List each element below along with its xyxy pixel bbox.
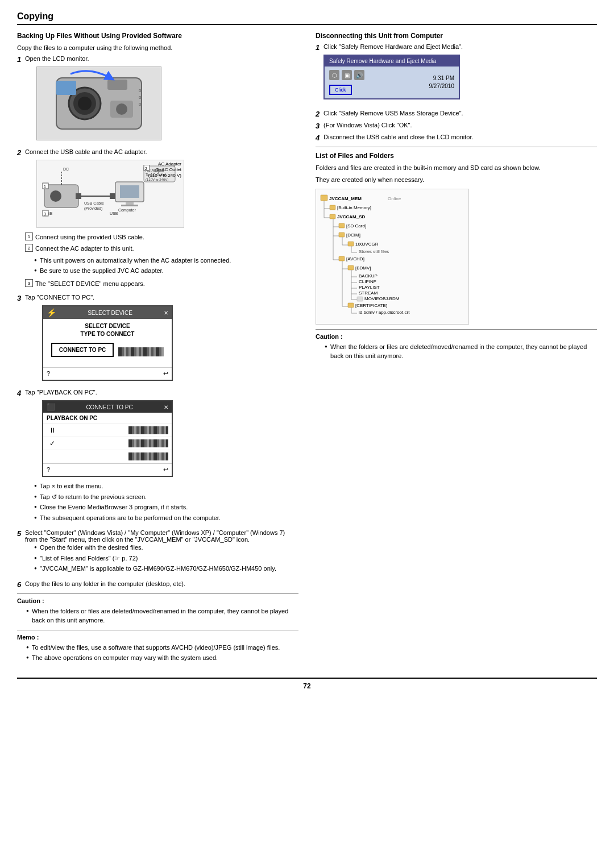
help-icon-2[interactable]: ? — [47, 466, 50, 474]
playback-footer: ? ↩ — [43, 463, 172, 476]
svg-rect-54 — [339, 232, 345, 237]
safely-remove-popup: Safely Remove Hardware and Eject Media ⬡… — [323, 55, 460, 99]
svg-text:STREAM: STREAM — [359, 290, 378, 296]
step-4-num: 4 — [17, 389, 25, 397]
disconnect-step-4: 4 Disconnect the USB cable and close the… — [316, 134, 597, 142]
svg-text:[DCIM]: [DCIM] — [346, 232, 360, 238]
usb-diagram: AC Adapter To AC Outlet (110 V to 240 V)… — [36, 160, 184, 228]
caution-title-left: Caution : — [17, 597, 298, 604]
svg-text:DC: DC — [63, 167, 69, 171]
click-button[interactable]: Click — [329, 82, 425, 95]
files-folders-section: List of Files and Folders Folders and fi… — [316, 147, 597, 325]
svg-text:0: 0 — [139, 95, 142, 100]
pixel-bar-2 — [128, 426, 168, 434]
disconnect-step-1-num: 1 — [316, 43, 323, 52]
usb-icon: ⬡ — [329, 70, 339, 80]
click-label[interactable]: Click — [329, 85, 352, 95]
pause-icon: ⏸ — [47, 426, 58, 434]
step-3: 3 Tap "CONNECT TO PC". ⚡ SELECT DEVICE ✕… — [17, 294, 298, 385]
svg-rect-15 — [76, 193, 81, 199]
file-tree-svg: JVCCAM_MEM Online [Built-in Memory] JVCC… — [320, 193, 464, 318]
help-icon[interactable]: ? — [47, 370, 50, 377]
disconnect-step-2: 2 Click "Safely Remove USB Mass Storage … — [316, 110, 597, 118]
playback-row-4[interactable] — [43, 450, 172, 463]
step-3-text: Tap "CONNECT TO PC". — [25, 294, 94, 301]
back-icon[interactable]: ↩ — [163, 370, 168, 377]
select-device-subtitle: SELECT DEVICETYPE TO CONNECT — [47, 322, 168, 338]
svg-point-12 — [50, 190, 61, 202]
select-device-title: SELECT DEVICE — [88, 310, 132, 316]
step-2: 2 Connect the USB cable and the AC adapt… — [17, 148, 298, 291]
tap-bullets: Tap × to exit the menu. Tap ↺ to return … — [34, 481, 298, 522]
close-icon-2[interactable]: ✕ — [164, 404, 168, 410]
note-3-badge: 3 — [25, 279, 33, 287]
file-tree: JVCCAM_MEM Online [Built-in Memory] JVCC… — [316, 189, 469, 325]
list-intro-2: They are created only when necessary. — [316, 175, 597, 185]
back-icon-2[interactable]: ↩ — [163, 466, 168, 474]
svg-text:1: 1 — [44, 185, 46, 189]
playback-row-2[interactable]: ⏸ — [43, 424, 172, 437]
note-2-badge: 2 — [25, 244, 33, 252]
time-display: 9:31 PM 9/27/2010 — [429, 74, 455, 90]
select-device-body: SELECT DEVICETYPE TO CONNECT CONNECT TO … — [43, 319, 172, 367]
camera-svg: 0 0 0 — [39, 69, 159, 138]
svg-rect-7 — [56, 81, 76, 95]
step5-bullet-2: "List of Files and Folders" (☞ p. 72) — [34, 554, 298, 563]
svg-text:[Built-in Memory]: [Built-in Memory] — [337, 205, 371, 210]
tap-bullet-2: Tap ↺ to return to the previous screen. — [34, 492, 298, 502]
svg-text:[CERTIFICATE]: [CERTIFICATE] — [355, 303, 387, 308]
playback-header: ⬛ CONNECT TO PC ✕ — [43, 401, 172, 413]
svg-rect-58 — [348, 242, 354, 246]
disconnect-step-4-num: 4 — [316, 134, 323, 142]
playback-row-1[interactable]: PLAYBACK ON PC — [43, 413, 172, 424]
disconnect-step-1-text: Click "Safely Remove Hardware and Eject … — [323, 43, 463, 50]
connect-to-pc-button[interactable]: CONNECT TO PC — [51, 343, 114, 357]
step-6-text: Copy the files to any folder in the comp… — [25, 580, 185, 587]
check-icon: ✓ — [47, 439, 58, 447]
step-2-text: Connect the USB cable and the AC adapter… — [25, 148, 147, 155]
list-title: List of Files and Folders — [316, 152, 597, 160]
playback-on-pc-label: PLAYBACK ON PC — [47, 415, 168, 421]
step-5: 5 Select "Computer" (Windows Vista) / "M… — [17, 529, 298, 577]
select-device-screen: ⚡ SELECT DEVICE ✕ SELECT DEVICETYPE TO C… — [42, 305, 173, 381]
bullet-2: Be sure to use the supplied JVC AC adapt… — [34, 266, 298, 276]
pixel-bar-4 — [128, 452, 168, 460]
disconnect-step-1: 1 Click "Safely Remove Hardware and Ejec… — [316, 43, 597, 106]
tap-bullet-1: Tap × to exit the menu. — [34, 481, 298, 491]
note-1-text: Connect using the provided USB cable. — [35, 232, 144, 242]
svg-rect-89 — [348, 303, 354, 308]
right-caution: Caution : When the folders or files are … — [316, 329, 597, 361]
caution-bullets-left: When the folders or files are deleted/mo… — [26, 607, 298, 625]
left-caution: Caution : When the folders or files are … — [17, 593, 298, 625]
svg-rect-85 — [357, 297, 363, 301]
pixel-bar-3 — [128, 439, 168, 447]
caution-title-right: Caution : — [316, 333, 597, 340]
svg-rect-16 — [110, 193, 115, 199]
close-icon[interactable]: ✕ — [164, 310, 168, 316]
taskbar-icons: ⬡ ▣ 🔊 — [329, 70, 425, 80]
list-intro-1: Folders and files are created in the bui… — [316, 163, 597, 173]
step-2-num: 2 — [17, 148, 25, 157]
right-column: Disconnecting this Unit from Computer 1 … — [316, 32, 597, 666]
tap-bullet-4: The subsequent operations are to be perf… — [34, 513, 298, 523]
svg-text:[SD Card]: [SD Card] — [346, 223, 366, 229]
step-1: 1 Open the LCD monitor. — [17, 55, 298, 145]
note-3: 3 The "SELECT DEVICE" menu appears. — [25, 279, 298, 289]
memo-section: Memo : To edit/view the files, use a sof… — [17, 630, 298, 663]
safely-remove-body: ⬡ ▣ 🔊 Click 9:31 PM 9/27/2010 — [325, 67, 459, 98]
select-device-footer: ? ↩ — [43, 367, 172, 380]
step-5-text: Select "Computer" (Windows Vista) / "My … — [25, 529, 285, 543]
svg-text:Online: Online — [388, 196, 401, 201]
disconnect-step-2-num: 2 — [316, 110, 323, 118]
left-column: Backing Up Files Without Using Provided … — [17, 32, 298, 666]
drive-icon: ▣ — [342, 70, 352, 80]
memo-title: Memo : — [17, 634, 298, 641]
page-number: 72 — [17, 678, 597, 690]
playback-row-3[interactable]: ✓ — [43, 437, 172, 450]
step-5-num: 5 — [17, 529, 25, 538]
svg-text:JVCCAM_SD: JVCCAM_SD — [337, 214, 366, 219]
speaker-icon: 🔊 — [354, 70, 364, 80]
svg-point-3 — [78, 97, 92, 110]
step2-bullets: This unit powers on automatically when t… — [34, 256, 298, 276]
camera-image: 0 0 0 — [36, 67, 161, 140]
